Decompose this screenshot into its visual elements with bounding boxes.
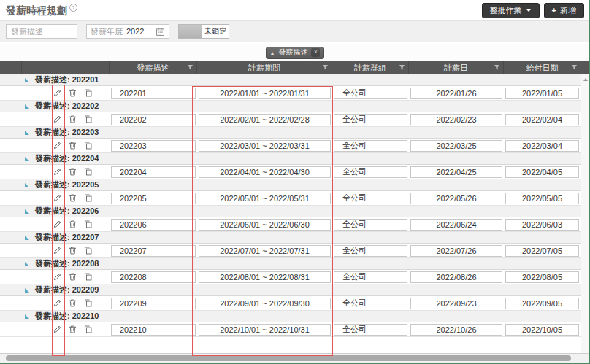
- copy-button[interactable]: [83, 220, 93, 229]
- delete-button[interactable]: [68, 115, 77, 124]
- help-icon[interactable]: ?: [69, 4, 77, 12]
- collapse-triangle-icon[interactable]: [25, 209, 29, 214]
- filter-icon[interactable]: [571, 64, 578, 71]
- calc-date-cell[interactable]: 2022/09/23: [410, 298, 502, 309]
- pay-date-cell[interactable]: 2022/03/04: [505, 140, 579, 152]
- collapse-triangle-icon[interactable]: [25, 288, 29, 293]
- collapse-triangle-icon[interactable]: [25, 78, 29, 82]
- pay-date-cell[interactable]: 2022/07/05: [505, 245, 579, 257]
- calendar-icon[interactable]: [156, 27, 165, 36]
- copy-button[interactable]: [83, 88, 93, 98]
- delete-button[interactable]: [68, 246, 77, 255]
- copy-button[interactable]: [83, 141, 93, 150]
- period-cell[interactable]: 2022/05/01 ~ 2022/05/31: [199, 193, 331, 204]
- delete-button[interactable]: [68, 272, 77, 282]
- copy-button[interactable]: [83, 167, 93, 177]
- edit-button[interactable]: [53, 246, 62, 255]
- calc-date-cell[interactable]: 2022/10/26: [410, 324, 502, 336]
- calc-date-cell[interactable]: 2022/04/25: [410, 166, 502, 178]
- edit-button[interactable]: [53, 141, 62, 150]
- copy-button[interactable]: [83, 325, 93, 334]
- collapse-triangle-icon[interactable]: [25, 157, 29, 161]
- group-cell[interactable]: 全公司: [334, 219, 407, 231]
- group-cell[interactable]: 全公司: [334, 114, 407, 125]
- copy-button[interactable]: [83, 298, 93, 308]
- group-cell[interactable]: 全公司: [334, 166, 407, 178]
- copy-button[interactable]: [83, 193, 93, 203]
- horizontal-scrollbar-thumb[interactable]: [6, 355, 571, 361]
- calc-date-cell[interactable]: 2022/08/26: [410, 271, 502, 283]
- add-button[interactable]: + 新增: [544, 3, 584, 18]
- group-cell[interactable]: 全公司: [334, 88, 407, 99]
- delete-button[interactable]: [68, 193, 77, 203]
- delete-button[interactable]: [68, 141, 77, 150]
- edit-button[interactable]: [53, 220, 62, 229]
- calc-date-cell[interactable]: 2022/06/24: [410, 219, 502, 231]
- copy-button[interactable]: [83, 246, 93, 255]
- chip-remove-icon[interactable]: ×: [311, 48, 320, 57]
- desc-cell[interactable]: 202204: [111, 166, 196, 178]
- calc-date-cell[interactable]: 2022/03/25: [410, 140, 502, 152]
- column-header-calc-date[interactable]: 計薪日: [409, 61, 504, 74]
- group-cell[interactable]: 全公司: [334, 324, 407, 336]
- edit-button[interactable]: [53, 298, 62, 308]
- desc-filter-input[interactable]: [6, 24, 77, 39]
- period-cell[interactable]: 2022/10/01 ~ 2022/10/31: [199, 324, 331, 336]
- edit-button[interactable]: [53, 325, 62, 334]
- pay-date-cell[interactable]: 2022/10/05: [505, 324, 579, 336]
- desc-cell[interactable]: 202201: [111, 88, 196, 99]
- collapse-triangle-icon[interactable]: [25, 262, 29, 266]
- column-header-desc[interactable]: 發薪描述: [110, 61, 197, 74]
- pay-date-cell[interactable]: 2022/04/05: [505, 166, 579, 178]
- group-by-chip[interactable]: ▲ 發薪描述 ×: [266, 47, 325, 59]
- calc-date-cell[interactable]: 2022/07/26: [410, 245, 502, 257]
- pay-date-cell[interactable]: 2022/05/05: [505, 193, 579, 204]
- filter-icon[interactable]: [494, 64, 500, 71]
- copy-button[interactable]: [83, 115, 93, 124]
- period-cell[interactable]: 2022/02/01 ~ 2022/02/28: [199, 114, 331, 125]
- collapse-triangle-icon[interactable]: [25, 314, 29, 319]
- desc-cell[interactable]: 202207: [111, 245, 196, 257]
- edit-button[interactable]: [53, 88, 62, 98]
- group-cell[interactable]: 全公司: [334, 271, 407, 283]
- edit-button[interactable]: [53, 272, 62, 282]
- period-cell[interactable]: 2022/04/01 ~ 2022/04/30: [199, 166, 331, 178]
- period-cell[interactable]: 2022/08/01 ~ 2022/08/31: [199, 271, 331, 283]
- period-cell[interactable]: 2022/07/01 ~ 2022/07/31: [199, 245, 331, 257]
- desc-cell[interactable]: 202209: [111, 298, 196, 309]
- period-cell[interactable]: 2022/03/01 ~ 2022/03/31: [199, 140, 331, 152]
- period-cell[interactable]: 2022/09/01 ~ 2022/09/30: [199, 298, 331, 309]
- calc-date-cell[interactable]: 2022/01/26: [410, 88, 502, 99]
- pay-date-cell[interactable]: 2022/01/05: [505, 88, 579, 99]
- filter-icon[interactable]: [399, 64, 405, 71]
- desc-cell[interactable]: 202208: [111, 271, 196, 283]
- delete-button[interactable]: [68, 220, 77, 229]
- horizontal-scrollbar[interactable]: [0, 353, 590, 363]
- edit-button[interactable]: [53, 167, 62, 177]
- desc-cell[interactable]: 202205: [111, 193, 196, 204]
- period-cell[interactable]: 2022/01/01 ~ 2022/01/31: [199, 88, 331, 99]
- delete-button[interactable]: [68, 298, 77, 308]
- filter-icon[interactable]: [187, 64, 194, 71]
- desc-cell[interactable]: 202202: [111, 114, 196, 125]
- desc-cell[interactable]: 202206: [111, 219, 196, 231]
- column-header-group[interactable]: 計薪群組: [332, 61, 409, 74]
- sort-asc-icon[interactable]: ▲: [270, 50, 275, 55]
- group-cell[interactable]: 全公司: [334, 193, 407, 204]
- pay-date-cell[interactable]: 2022/06/03: [505, 219, 579, 231]
- delete-button[interactable]: [68, 167, 77, 177]
- delete-button[interactable]: [68, 325, 77, 334]
- collapse-triangle-icon[interactable]: [25, 104, 29, 109]
- year-picker[interactable]: 發薪年度 2022: [86, 24, 169, 39]
- group-cell[interactable]: 全公司: [334, 245, 407, 257]
- calc-date-cell[interactable]: 2022/02/23: [410, 114, 502, 125]
- delete-button[interactable]: [68, 88, 77, 98]
- collapse-triangle-icon[interactable]: [25, 236, 29, 240]
- column-header-pay-date[interactable]: 給付日期: [504, 61, 581, 74]
- collapse-triangle-icon[interactable]: [25, 131, 29, 135]
- copy-button[interactable]: [83, 272, 93, 282]
- scroll-up-icon[interactable]: [583, 78, 588, 81]
- edit-button[interactable]: [53, 193, 62, 203]
- edit-button[interactable]: [53, 115, 62, 124]
- collapse-triangle-icon[interactable]: [25, 183, 29, 187]
